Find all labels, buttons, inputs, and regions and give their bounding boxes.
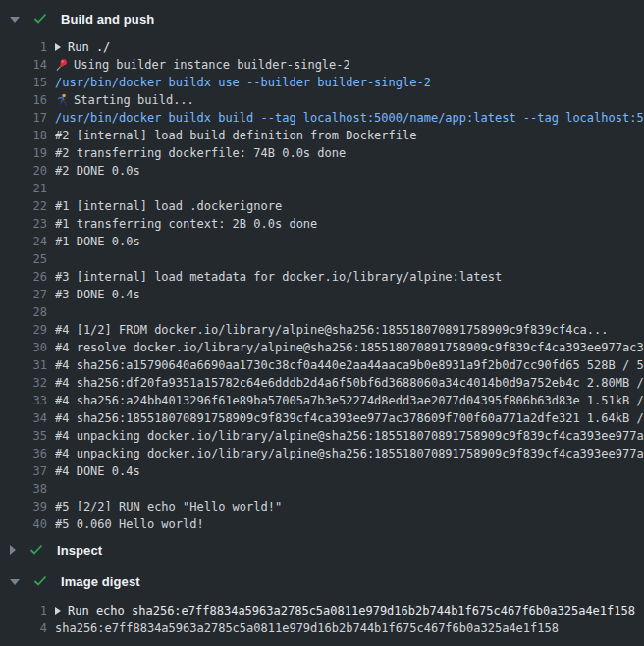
log-line: 19#2 transferring dockerfile: 74B 0.0s d… (0, 144, 644, 162)
check-icon (33, 13, 47, 25)
section-title: Image digest (61, 574, 140, 589)
log-line: 38 (0, 480, 644, 498)
line-number[interactable]: 15 (0, 76, 47, 89)
line-number[interactable]: 33 (0, 394, 47, 407)
line-number[interactable]: 29 (0, 323, 47, 337)
log-content: #2 DONE 0.0s (55, 164, 644, 178)
log-text: Run echo sha256:e7ff8834a5963a2785c5a081… (68, 604, 635, 618)
log-content: /usr/bin/docker buildx use --builder bui… (55, 76, 644, 89)
section-header-image-digest[interactable]: Image digest (0, 572, 644, 590)
log-content: #4 resolve docker.io/library/alpine@sha2… (55, 341, 644, 354)
log-line: 40#5 0.060 Hello world! (0, 515, 644, 533)
log-line: 15/usr/bin/docker buildx use --builder b… (0, 74, 644, 91)
log-content: #4 [1/2] FROM docker.io/library/alpine@s… (55, 323, 644, 337)
line-number[interactable]: 14 (0, 58, 47, 72)
log-line: 35#4 unpacking docker.io/library/alpine@… (0, 427, 644, 445)
log-text: #4 sha256:a15790640a6690aa1730c38cf0a440… (55, 358, 644, 372)
line-number[interactable]: 17 (0, 111, 47, 125)
log-line: 20#2 DONE 0.0s (0, 162, 644, 180)
log-content: #2 [internal] load build definition from… (55, 129, 644, 142)
line-number[interactable]: 19 (0, 146, 47, 160)
log-line: 34#4 sha256:185518070891758909c9f839cf4c… (0, 409, 644, 427)
log-content: #4 unpacking docker.io/library/alpine@sh… (55, 447, 644, 460)
log-line: 32#4 sha256:df20fa9351a15782c64e6dddb2d4… (0, 374, 644, 392)
line-number[interactable]: 27 (0, 288, 47, 301)
line-number[interactable]: 35 (0, 429, 47, 443)
line-number[interactable]: 39 (0, 500, 47, 513)
log-text: #4 unpacking docker.io/library/alpine@sh… (55, 429, 644, 443)
log-content: #5 [2/2] RUN echo "Hello world!" (55, 500, 644, 513)
line-number[interactable]: 40 (0, 517, 47, 531)
log-line: 22#1 [internal] load .dockerignore (0, 197, 644, 215)
line-number[interactable]: 25 (0, 252, 47, 266)
log-text: #2 transferring dockerfile: 74B 0.0s don… (55, 146, 346, 160)
log-text: #1 [internal] load .dockerignore (55, 199, 282, 213)
line-number[interactable]: 34 (0, 411, 47, 425)
log-content: #4 sha256:a15790640a6690aa1730c38cf0a440… (55, 358, 644, 372)
check-icon (29, 544, 43, 556)
line-number[interactable]: 23 (0, 217, 47, 231)
log-text: #5 0.060 Hello world! (55, 517, 204, 531)
log-content: #5 0.060 Hello world! (55, 517, 644, 531)
section-header-inspect[interactable]: Inspect (0, 541, 644, 559)
log-line: 24#1 DONE 0.0s (0, 233, 644, 250)
section-title: Inspect (57, 543, 102, 558)
check-icon (33, 575, 47, 587)
chevron-down-icon (10, 17, 20, 23)
log-content: #4 sha256:185518070891758909c9f839cf4ca3… (55, 411, 644, 425)
line-number[interactable]: 1 (0, 604, 47, 618)
line-number[interactable]: 30 (0, 341, 47, 354)
log-line: 39#5 [2/2] RUN echo "Hello world!" (0, 498, 644, 515)
log-line: 14Using builder instance builder-single-… (0, 56, 644, 74)
line-number[interactable]: 18 (0, 129, 47, 142)
line-number[interactable]: 4 (0, 621, 47, 635)
log-text: #4 sha256:a24bb4013296f61e89ba57005a7b3e… (55, 394, 644, 407)
log-line: 28 (0, 303, 644, 321)
log-content: #3 [internal] load metadata for docker.i… (55, 270, 644, 284)
line-number[interactable]: 31 (0, 358, 47, 372)
line-number[interactable]: 26 (0, 270, 47, 284)
chevron-down-icon (10, 579, 20, 585)
log-content: /usr/bin/docker buildx build --tag local… (55, 111, 644, 125)
log-content: sha256:e7ff8834a5963a2785c5a0811e979d16b… (55, 621, 644, 635)
log-content: Run echo sha256:e7ff8834a5963a2785c5a081… (55, 604, 644, 618)
log-text: /usr/bin/docker buildx use --builder bui… (55, 76, 431, 89)
log-content: Using builder instance builder-single-2 (55, 58, 644, 72)
line-number[interactable]: 32 (0, 376, 47, 390)
section-image-digest: Image digest 1Run echo sha256:e7ff8834a5… (0, 572, 644, 637)
log-line: 29#4 [1/2] FROM docker.io/library/alpine… (0, 321, 644, 339)
line-number[interactable]: 20 (0, 164, 47, 178)
log-text: #3 [internal] load metadata for docker.i… (55, 270, 502, 284)
log-line: 23#1 transferring context: 2B 0.0s done (0, 215, 644, 233)
log-content: #1 [internal] load .dockerignore (55, 199, 644, 213)
line-number[interactable]: 21 (0, 182, 47, 195)
line-number[interactable]: 28 (0, 305, 47, 319)
log-group-line[interactable]: 1Run echo sha256:e7ff8834a5963a2785c5a08… (0, 602, 644, 619)
expand-arrow-icon[interactable] (55, 43, 61, 51)
log-line: 26#3 [internal] load metadata for docker… (0, 268, 644, 286)
log-content: Starting build... (55, 93, 644, 107)
log-text: #4 [1/2] FROM docker.io/library/alpine@s… (55, 323, 609, 337)
line-number[interactable]: 22 (0, 199, 47, 213)
line-number[interactable]: 24 (0, 235, 47, 248)
line-number[interactable]: 37 (0, 464, 47, 478)
runner-icon (55, 93, 68, 107)
section-title: Build and push (61, 12, 154, 27)
log-group-line[interactable]: 1Run ./ (0, 38, 644, 56)
log-line: 33#4 sha256:a24bb4013296f61e89ba57005a7b… (0, 392, 644, 409)
log-text: #4 sha256:df20fa9351a15782c64e6dddb2d4a6… (55, 376, 644, 390)
line-number[interactable]: 16 (0, 93, 47, 107)
pushpin-icon (55, 58, 68, 72)
line-number[interactable]: 38 (0, 482, 47, 496)
line-number[interactable]: 36 (0, 447, 47, 460)
log-text: #2 [internal] load build definition from… (55, 129, 416, 142)
line-number[interactable]: 1 (0, 40, 47, 54)
log-line: 21 (0, 180, 644, 197)
section-inspect: Inspect (0, 541, 644, 559)
expand-arrow-icon[interactable] (55, 607, 61, 615)
log-line: 18#2 [internal] load build definition fr… (0, 127, 644, 144)
log-content: #4 sha256:df20fa9351a15782c64e6dddb2d4a6… (55, 376, 644, 390)
log-text: #5 [2/2] RUN echo "Hello world!" (55, 500, 282, 513)
log-content: #1 DONE 0.0s (55, 235, 644, 248)
section-header-build-and-push[interactable]: Build and push (0, 10, 644, 27)
